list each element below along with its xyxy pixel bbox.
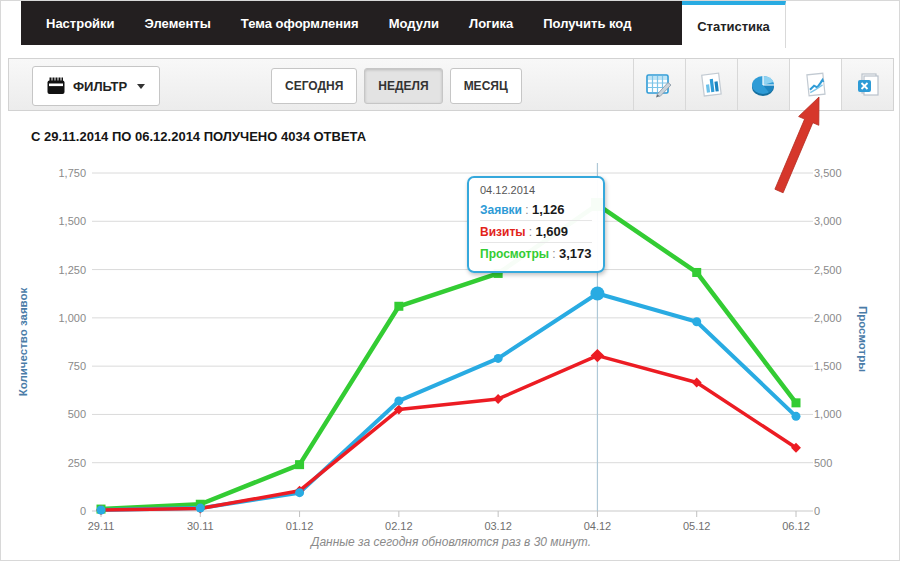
data-point [792,412,801,421]
data-point [394,302,403,311]
data-point [97,506,106,515]
statistics-page: НастройкиЭлементыТема оформленияМодулиЛо… [0,0,900,561]
right-axis-title: Просмотры [857,306,869,372]
filter-button-label: ФИЛЬТР [73,79,127,94]
data-point [394,396,403,405]
tooltip-row-1: Визиты : 1,609 [480,220,592,242]
chevron-down-icon [137,84,145,89]
nav-tab-0[interactable]: Настройки [31,16,130,31]
left-axis-tick: 750 [68,360,86,372]
nav-tab-5[interactable]: Получить код [528,16,646,31]
left-axis-tick: 250 [68,457,86,469]
left-axis-tick: 1,500 [58,215,86,227]
data-point [494,354,503,363]
x-axis-label: 29.11 [88,520,115,532]
nav-tab-3[interactable]: Модули [374,16,454,31]
calendar-icon [47,77,65,95]
data-point [692,268,701,277]
chart-tooltip: 04.12.2014 Заявки : 1,126Визиты : 1,609П… [467,176,605,273]
tooltip-label: Заявки [480,203,522,217]
bar-chart-icon [699,72,725,98]
right-axis-tick: 1,000 [814,408,842,420]
left-axis-tick: 1,000 [58,312,86,324]
right-axis-tick: 0 [814,505,820,517]
nav-tab-1[interactable]: Элементы [130,16,226,31]
series-line-0 [101,294,796,511]
x-axis-label: 03.12 [484,520,512,532]
excel-export-icon [855,72,881,98]
x-axis-label: 02.12 [385,520,413,532]
bar-chart-icon-button[interactable] [685,59,737,110]
data-point [692,317,701,326]
range-button-2[interactable]: МЕСЯЦ [450,68,522,104]
page-title: С 29.11.2014 ПО 06.12.2014 ПОЛУЧЕНО 4034… [31,129,366,144]
range-button-1[interactable]: НЕДЕЛЯ [364,68,442,104]
left-axis-tick: 1,750 [58,167,86,179]
right-axis-tick: 1,500 [814,360,842,372]
right-axis-tick: 2,500 [814,264,842,276]
tooltip-row-0: Заявки : 1,126 [480,199,592,220]
data-point [196,504,205,513]
range-button-0[interactable]: СЕГОДНЯ [271,68,357,104]
tooltip-label: Просмотры [480,247,549,261]
statistics-line-chart[interactable]: 002505005001,0007501,5001,0002,0001,2502… [1,151,900,541]
data-point [493,394,503,404]
tooltip-value: 3,173 [559,246,592,261]
x-axis-label: 04.12 [584,520,612,532]
tooltip-value: 1,609 [536,224,569,239]
left-axis-title: Количество заявок [17,287,29,396]
series-line-2 [101,205,796,509]
right-axis-tick: 500 [814,457,832,469]
tooltip-row-2: Просмотры : 3,173 [480,242,592,264]
x-axis-label: 05.12 [683,520,711,532]
excel-export-icon-button[interactable] [841,59,893,110]
nav-tab-4[interactable]: Логика [454,16,528,31]
table-edit-icon-button[interactable] [633,59,685,110]
data-point [591,349,604,362]
update-note: Данные за сегодня обновляются раз в 30 м… [1,535,900,549]
table-edit-icon [646,72,673,98]
right-axis-tick: 2,000 [814,312,842,324]
nav-tab-2[interactable]: Тема оформления [226,16,374,31]
range-button-group: СЕГОДНЯНЕДЕЛЯМЕСЯЦ [271,68,522,104]
tooltip-label: Визиты [480,225,526,239]
right-axis-tick: 3,000 [814,215,842,227]
x-axis-label: 06.12 [782,520,810,532]
top-navbar: НастройкиЭлементыТема оформленияМодулиЛо… [21,1,682,45]
tooltip-value: 1,126 [532,202,565,217]
x-axis-label: 30.11 [187,520,214,532]
filter-button[interactable]: ФИЛЬТР [32,66,160,106]
tab-statistics[interactable]: Статистика [682,1,786,48]
tooltip-date: 04.12.2014 [480,184,592,199]
data-point [295,488,304,497]
annotation-arrow [761,91,831,203]
left-axis-tick: 1,250 [58,264,86,276]
left-axis-tick: 0 [80,505,86,517]
data-point [792,398,801,407]
data-point [590,287,604,301]
data-point [295,460,304,469]
x-axis-label: 01.12 [286,520,314,532]
left-axis-tick: 500 [68,408,86,420]
